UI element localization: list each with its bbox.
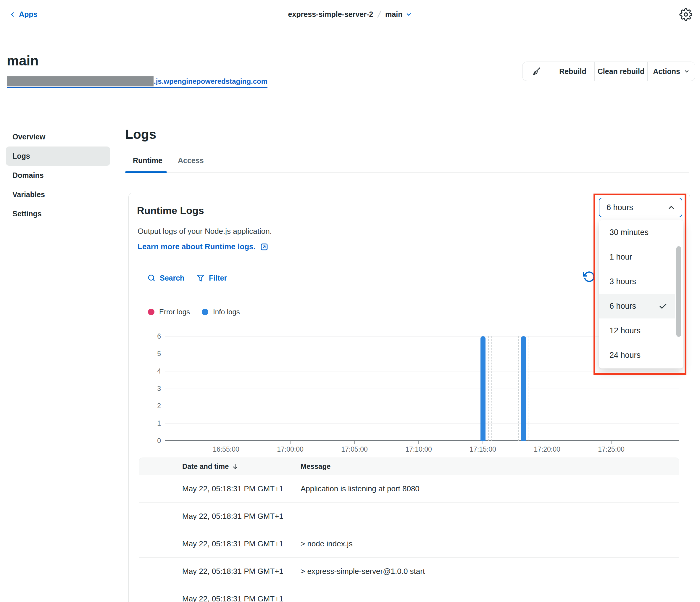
learn-more-label: Learn more about Runtime logs. xyxy=(138,242,256,251)
table-row[interactable]: May 22, 05:18:31 PM GMT+1 xyxy=(139,585,679,602)
option-label: 3 hours xyxy=(609,277,636,286)
breadcrumb-app-name[interactable]: express-simple-server-2 xyxy=(288,10,373,19)
filter-logs-button[interactable]: Filter xyxy=(196,272,227,284)
log-table-header: Date and time Message xyxy=(139,458,679,475)
column-header-message: Message xyxy=(301,462,330,471)
legend-label: Error logs xyxy=(159,308,190,316)
chart-legend: Error logsInfo logs xyxy=(148,308,240,316)
sidebar-item-settings[interactable]: Settings xyxy=(6,204,110,223)
legend-item-error-logs: Error logs xyxy=(148,308,190,316)
time-range-option-30-minutes[interactable]: 30 minutes xyxy=(599,220,675,245)
cell-message: Application is listening at port 8080 xyxy=(301,484,679,493)
menu-scrollbar-thumb[interactable] xyxy=(676,246,681,337)
breadcrumb-separator: / xyxy=(377,9,382,20)
tabs-list: RuntimeAccess xyxy=(125,156,689,172)
search-label: Search xyxy=(160,274,184,282)
sort-descending-icon xyxy=(232,463,239,470)
time-range-option-6-hours[interactable]: 6 hours xyxy=(599,294,675,318)
legend-item-info-logs: Info logs xyxy=(202,308,240,316)
option-label: 30 minutes xyxy=(609,228,649,237)
environment-switcher[interactable]: main xyxy=(385,10,412,19)
environment-action-bar: Rebuild Clean rebuild Actions xyxy=(522,62,695,81)
time-range-menu: 30 minutes1 hour3 hours6 hours12 hours24… xyxy=(599,220,683,368)
filter-icon xyxy=(196,274,205,282)
tab-access[interactable]: Access xyxy=(170,156,211,172)
time-range-option-3-hours[interactable]: 3 hours xyxy=(599,269,675,294)
learn-more-link[interactable]: Learn more about Runtime logs. xyxy=(138,242,269,251)
table-row[interactable]: May 22, 05:18:31 PM GMT+1Application is … xyxy=(139,475,679,503)
redaction-box xyxy=(7,76,154,87)
clear-cache-button[interactable] xyxy=(523,62,551,81)
log-table: Date and time Message May 22, 05:18:31 P… xyxy=(139,458,679,602)
cell-datetime: May 22, 05:18:31 PM GMT+1 xyxy=(139,594,301,602)
cell-datetime: May 22, 05:18:31 PM GMT+1 xyxy=(139,484,301,493)
sidebar-item-variables[interactable]: Variables xyxy=(6,185,110,204)
runtime-logs-description: Output logs of your Node.js application. xyxy=(138,227,272,236)
search-icon xyxy=(147,274,156,282)
time-range-options: 30 minutes1 hour3 hours6 hours12 hours24… xyxy=(599,220,683,368)
page-title: Logs xyxy=(125,127,156,142)
cell-message: > node index.js xyxy=(301,539,679,549)
option-label: 24 hours xyxy=(609,351,641,360)
environment-url-link[interactable]: .js.wpenginepoweredstaging.com xyxy=(7,76,268,88)
option-label: 12 hours xyxy=(609,326,641,335)
column-header-date[interactable]: Date and time xyxy=(139,462,301,471)
time-range-option-1-hour[interactable]: 1 hour xyxy=(599,245,675,269)
logs-tabs: RuntimeAccess xyxy=(125,156,689,174)
table-row[interactable]: May 22, 05:18:31 PM GMT+1> express-simpl… xyxy=(139,558,679,585)
rebuild-button[interactable]: Rebuild xyxy=(551,62,594,81)
environment-title: main xyxy=(7,53,39,69)
sidebar-nav: OverviewLogsDomainsVariablesSettings xyxy=(6,127,110,223)
settings-gear-button[interactable] xyxy=(679,0,692,29)
active-tab-underline xyxy=(125,171,167,173)
app-page: Apps express-simple-server-2 / main main… xyxy=(0,0,700,602)
search-logs-button[interactable]: Search xyxy=(147,272,184,284)
cell-datetime: May 22, 05:18:31 PM GMT+1 xyxy=(139,539,301,549)
cell-datetime: May 22, 05:18:31 PM GMT+1 xyxy=(139,512,301,521)
option-label: 6 hours xyxy=(609,302,636,311)
actions-button-label: Actions xyxy=(653,67,680,76)
table-row[interactable]: May 22, 05:18:31 PM GMT+1 xyxy=(139,503,679,530)
legend-dot xyxy=(202,309,208,315)
back-link-label: Apps xyxy=(19,10,38,19)
cell-datetime: May 22, 05:18:31 PM GMT+1 xyxy=(139,567,301,576)
breadcrumb: express-simple-server-2 / main xyxy=(288,0,412,29)
runtime-logs-title: Runtime Logs xyxy=(137,205,204,216)
legend-label: Info logs xyxy=(213,308,240,316)
refresh-icon xyxy=(583,270,595,283)
sidebar-item-domains[interactable]: Domains xyxy=(6,166,110,185)
cell-message: > express-simple-server@1.0.0 start xyxy=(301,567,679,576)
legend-dot xyxy=(148,309,154,315)
tab-runtime[interactable]: Runtime xyxy=(125,156,170,172)
sidebar-item-logs[interactable]: Logs xyxy=(6,146,110,166)
broom-icon xyxy=(532,67,542,76)
rebuild-button-label: Rebuild xyxy=(559,67,586,76)
gear-icon xyxy=(679,8,692,21)
date-column-label: Date and time xyxy=(182,462,229,471)
top-header: Apps express-simple-server-2 / main xyxy=(0,0,700,29)
chevron-down-icon xyxy=(405,11,412,18)
chevron-down-icon xyxy=(684,68,690,74)
message-column-label: Message xyxy=(301,462,330,470)
time-range-option-24-hours[interactable]: 24 hours xyxy=(599,343,675,368)
log-table-body: May 22, 05:18:31 PM GMT+1Application is … xyxy=(139,475,679,602)
time-range-selected-value: 6 hours xyxy=(606,203,633,212)
clean-rebuild-button-label: Clean rebuild xyxy=(598,67,644,76)
refresh-logs-button[interactable] xyxy=(583,270,595,283)
panel-divider xyxy=(139,261,679,261)
chevron-up-icon xyxy=(667,203,676,212)
sidebar-item-overview[interactable]: Overview xyxy=(6,127,110,146)
back-to-apps-link[interactable]: Apps xyxy=(9,0,38,29)
time-range-option-12-hours[interactable]: 12 hours xyxy=(599,318,675,343)
clean-rebuild-button[interactable]: Clean rebuild xyxy=(594,62,647,81)
external-link-icon xyxy=(260,242,269,251)
check-icon xyxy=(658,302,668,311)
table-row[interactable]: May 22, 05:18:31 PM GMT+1> node index.js xyxy=(139,530,679,558)
filter-label: Filter xyxy=(209,274,227,282)
environment-name: main xyxy=(385,10,402,19)
environment-url-visible: .js.wpenginepoweredstaging.com xyxy=(154,77,268,86)
time-range-select[interactable]: 6 hours xyxy=(599,198,682,217)
actions-menu-button[interactable]: Actions xyxy=(647,62,695,81)
option-label: 1 hour xyxy=(609,252,632,262)
chevron-left-icon xyxy=(9,11,16,18)
